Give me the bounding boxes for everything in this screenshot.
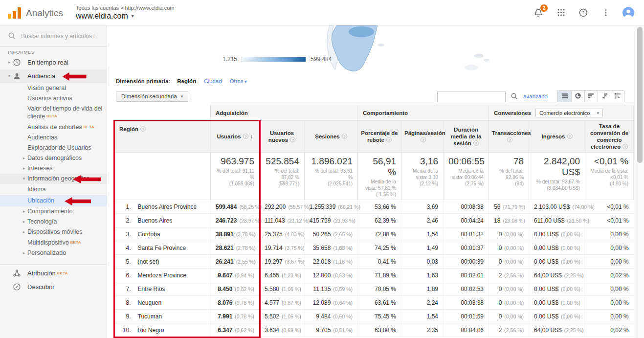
table-row[interactable]: 5.(not set)26.241(2,55 %)19.297(3,67 %)2…: [114, 255, 634, 269]
region-cell: 3.Cordoba: [114, 227, 211, 241]
chevron-right-icon[interactable]: ▸: [21, 249, 27, 257]
region-name[interactable]: Rio Negro: [138, 327, 164, 334]
table-row[interactable]: 7.Entre Rios8.450(0,82 %)5.580(1,06 %)11…: [114, 282, 634, 296]
pivot-view-button[interactable]: [611, 91, 624, 102]
sidebar-item-analisis-cohortes[interactable]: Análisis de cohortesBETA: [0, 122, 107, 133]
column-header-users[interactable]: Usuarios?↓: [211, 121, 260, 153]
column-group-conversiones: ConversionesComercio electrónico▾: [489, 105, 634, 121]
column-header-avg-duration[interactable]: Duración media de la sesión?: [444, 121, 489, 153]
column-header-revenue[interactable]: Ingresos?: [529, 121, 585, 153]
region-cell: 2.Buenos Aires: [114, 214, 211, 227]
sidebar-item-comportamiento[interactable]: ▸Comportamiento: [0, 206, 107, 217]
cell-bounce: 63,61 %: [358, 296, 401, 310]
chevron-right-icon[interactable]: ▸: [21, 228, 27, 236]
cell-new-users: 3.634(0,69 %): [260, 323, 305, 337]
primary-dimension-ciudad[interactable]: Ciudad: [204, 78, 222, 84]
table-row[interactable]: 2.Buenos Aires246.723(23,97 %)111.043(21…: [114, 214, 634, 227]
chevron-right-icon[interactable]: ▸: [21, 165, 27, 172]
table-row[interactable]: 8.Neuquen8.076(0,78 %)4.577(0,87 %)12.08…: [114, 296, 634, 310]
cell-pages-session: 1,49: [401, 241, 444, 255]
column-header-pages-session[interactable]: Páginas/sesión?: [401, 121, 444, 153]
region-name[interactable]: Santa Fe Province: [138, 245, 186, 251]
sidebar-item-descubrir[interactable]: Descubrir: [0, 280, 107, 294]
help-button[interactable]: ?: [577, 7, 589, 19]
sidebar-item-usuarios-activos[interactable]: Usuarios activos: [0, 93, 107, 104]
sidebar-item-informacion-geografica[interactable]: ▾Información geográfica: [0, 174, 107, 184]
cell-sessions: 415.759(21,93 %): [305, 214, 358, 227]
column-header-transactions[interactable]: Transacciones?: [489, 121, 529, 153]
sidebar-item-atribucion[interactable]: AtribuciónBETA: [0, 264, 107, 280]
table-row[interactable]: 3.Cordoba38.891(3,78 %)25.375(4,83 %)50.…: [114, 227, 634, 241]
region-name[interactable]: Neuquen: [138, 299, 162, 306]
sidebar-item-intereses[interactable]: ▸Intereses: [0, 163, 107, 174]
table-row[interactable]: 10.Rio Negro6.347(0,62 %)3.634(0,69 %)9.…: [114, 323, 634, 337]
sidebar-item-ubicacion[interactable]: Ubicación: [0, 195, 107, 206]
table-row[interactable]: 4.Santa Fe Province28.621(2,78 %)19.714(…: [114, 241, 634, 255]
chevron-right-icon[interactable]: ▸: [21, 218, 27, 225]
secondary-dimension-button[interactable]: Dimensión secundaria ▾: [116, 91, 188, 102]
account-selector[interactable]: www.eldia.com ▾: [76, 12, 174, 21]
chevron-right-icon[interactable]: ▸: [6, 59, 13, 66]
sidebar-item-audiencia[interactable]: ▾Audiencia: [0, 69, 107, 83]
apps-grid-button[interactable]: [555, 7, 567, 19]
column-header-bounce[interactable]: Porcentaje de rebote?: [358, 121, 401, 153]
advanced-filter-link[interactable]: avanzado: [523, 93, 548, 99]
cell-transactions: 2(2,56 %): [489, 323, 529, 337]
analytics-logo[interactable]: Analytics: [0, 7, 63, 19]
scrollbar-thumb[interactable]: [637, 27, 643, 163]
breadcrumb[interactable]: Todas las cuentas > http://www.eldia.com: [76, 5, 174, 11]
sidebar-item-tecnologia[interactable]: ▸Tecnología: [0, 217, 107, 227]
region-name[interactable]: Mendoza Province: [138, 272, 186, 279]
sidebar-item-idioma[interactable]: Idioma: [0, 184, 107, 195]
sidebar-item-en-tiempo-real[interactable]: ▸En tiempo real: [0, 56, 107, 69]
region-name[interactable]: Tucuman: [138, 313, 162, 320]
more-menu-button[interactable]: [600, 7, 612, 19]
cell-sessions: 12.000(0,63 %): [305, 269, 358, 282]
geo-map[interactable]: 1.215 599.484: [107, 25, 644, 74]
cell-new-users: 19.297(3,67 %): [260, 255, 305, 269]
region-name[interactable]: Buenos Aires Province: [138, 203, 197, 210]
comparison-view-button[interactable]: [598, 91, 611, 102]
table-view-button[interactable]: [558, 91, 571, 102]
vertical-scrollbar[interactable]: [636, 25, 644, 338]
table-row[interactable]: 9.Tucuman7.991(0,78 %)5.502(1,05 %)9.484…: [114, 310, 634, 323]
region-name[interactable]: Buenos Aires: [138, 217, 173, 224]
person-icon: [13, 72, 22, 80]
primary-dimension-region[interactable]: Región: [177, 78, 196, 84]
column-header-ecommerce-rate[interactable]: Tasa de conversión de comercio electróni…: [585, 121, 634, 153]
chevron-down-icon[interactable]: ▾: [21, 175, 27, 182]
sidebar-item-multidispositivo[interactable]: MultidispositivoBETA: [0, 237, 107, 248]
table-row[interactable]: 6.Mendoza Province9.647(0,94 %)6.455(1,2…: [114, 269, 634, 282]
cell-bounce: 72,80 %: [358, 227, 401, 241]
table-row[interactable]: 1.Buenos Aires Province599.484(58,25 %)2…: [114, 200, 634, 214]
column-header-region[interactable]: Región?: [114, 121, 211, 153]
sidebar-item-explorador-usuarios[interactable]: Explorador de Usuarios: [0, 143, 107, 153]
primary-dimension-otros[interactable]: Otros ▾: [230, 78, 247, 84]
percentage-view-button[interactable]: [571, 91, 584, 102]
sidebar-search[interactable]: [0, 25, 107, 47]
performance-view-button[interactable]: [584, 91, 598, 102]
sidebar-item-personalizado[interactable]: ▸Personalizado: [0, 248, 107, 258]
ecommerce-type-selector[interactable]: Comercio electrónico▾: [535, 109, 603, 117]
chevron-right-icon[interactable]: ▸: [21, 208, 27, 215]
sidebar-item-audiencias[interactable]: Audiencias: [0, 133, 107, 143]
cell-revenue: 2.103,00 US$(74,00 %): [529, 200, 585, 214]
user-avatar[interactable]: [622, 7, 634, 19]
table-filter-input[interactable]: [437, 91, 506, 102]
table-filter-search-button[interactable]: [511, 92, 518, 100]
region-name[interactable]: (not set): [138, 258, 159, 265]
column-header-sessions[interactable]: Sesiones?: [305, 121, 358, 153]
chevron-down-icon[interactable]: ▾: [6, 72, 13, 80]
sidebar-search-input[interactable]: [21, 33, 94, 40]
discover-icon: [13, 283, 22, 291]
sidebar-item-valor-tiempo-vida[interactable]: Valor del tiempo de vida del clienteBETA: [0, 104, 107, 122]
region-name[interactable]: Cordoba: [138, 231, 160, 238]
chevron-right-icon[interactable]: ▸: [21, 155, 27, 162]
sidebar-item-vision-general[interactable]: Visión general: [0, 83, 107, 93]
sidebar-item-datos-demograficos[interactable]: ▸Datos demográficos: [0, 153, 107, 163]
sidebar-item-label: AtribuciónBETA: [27, 270, 104, 277]
column-header-new-users[interactable]: Usuarios nuevos?: [260, 121, 305, 153]
sidebar-item-dispositivos-moviles[interactable]: ▸Dispositivos móviles: [0, 227, 107, 237]
notifications-button[interactable]: 2: [533, 7, 544, 19]
region-name[interactable]: Entre Rios: [138, 286, 165, 293]
